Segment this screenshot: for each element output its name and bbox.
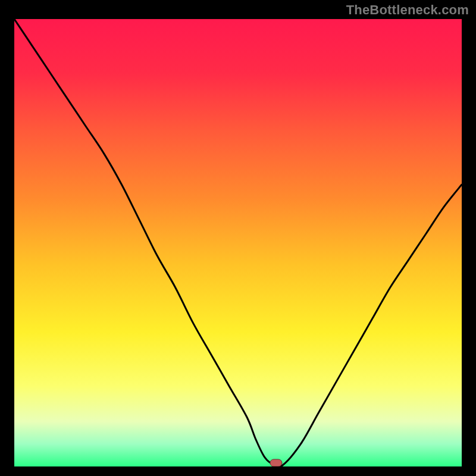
gradient-background [14,19,462,466]
bottleneck-chart [14,19,462,466]
chart-frame: TheBottleneck.com [0,0,476,476]
plot-area [14,19,462,466]
watermark-text: TheBottleneck.com [346,2,469,18]
optimal-point-marker [270,459,282,466]
